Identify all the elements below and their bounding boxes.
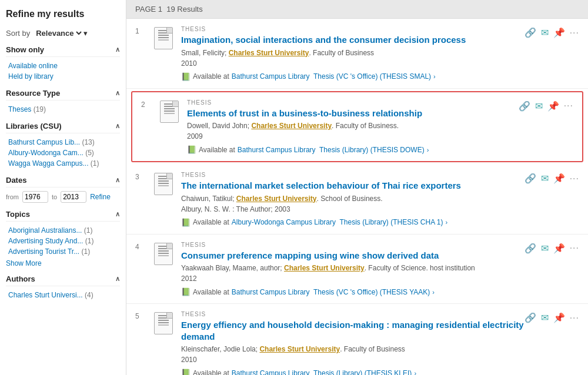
- email-icon-3[interactable]: ✉: [541, 173, 549, 184]
- avail-link-3[interactable]: Albury-Wodonga Campus Library Thesis (Li…: [232, 218, 443, 226]
- date-from-input[interactable]: [22, 191, 48, 203]
- pin-icon-5[interactable]: 📌: [553, 312, 565, 323]
- avail-link-4[interactable]: Bathurst Campus Library Thesis (VC 's Of…: [232, 288, 430, 296]
- filter-theses[interactable]: Theses (19): [6, 104, 120, 115]
- sidebar: Refine my results Sort by Relevance ▾ Sh…: [0, 0, 126, 375]
- avail-link-2[interactable]: Bathurst Campus Library Thesis (Library)…: [238, 146, 425, 154]
- avail-chevron-2: ›: [427, 146, 429, 153]
- result-actions-2: 🔗 ✉ 📌 ···: [519, 99, 573, 112]
- date-to-input[interactable]: [61, 191, 86, 203]
- book-icon-2: 📗: [187, 145, 196, 154]
- filter-albury[interactable]: Albury-Wodonga Cam... (5): [6, 148, 120, 158]
- result-meta-2: Dowell, David John; Charles Sturt Univer…: [187, 120, 519, 142]
- document-icon-5: [154, 312, 173, 334]
- more-icon-2[interactable]: ···: [564, 101, 573, 111]
- result-num-5: 5: [135, 311, 147, 320]
- filter-advertising-tourist[interactable]: Advertising Tourist Tr... (1): [6, 246, 120, 257]
- result-item-1: 1 THESIS Imagination, social interaction…: [126, 19, 588, 89]
- show-only-section: Show only ∧ Available online Held by lib…: [6, 45, 120, 82]
- more-icon-1[interactable]: ···: [570, 28, 579, 38]
- link-icon-4[interactable]: 🔗: [524, 243, 536, 254]
- date-to-label: to: [52, 193, 57, 200]
- result-meta-3: Chaiwun, Tatikul; Charles Sturt Universi…: [181, 193, 524, 215]
- resource-type-section: Resource Type ∧ Theses (19): [6, 89, 120, 115]
- pin-icon-1[interactable]: 📌: [553, 27, 565, 38]
- result-title-1[interactable]: Imagination, social interactions and the…: [181, 34, 524, 46]
- result-avail-3: 📗 Available at Albury-Wodonga Campus Lib…: [181, 218, 524, 227]
- show-only-label: Show only: [6, 45, 44, 54]
- filter-bathurst[interactable]: Bathurst Campus Lib... (13): [6, 137, 120, 148]
- resource-type-header[interactable]: Resource Type ∧: [6, 89, 120, 101]
- pin-icon-4[interactable]: 📌: [553, 243, 565, 254]
- link-icon-3[interactable]: 🔗: [524, 173, 536, 184]
- result-actions-1: 🔗 ✉ 📌 ···: [524, 26, 579, 38]
- filter-wagga[interactable]: Wagga Wagga Campus... (1): [6, 158, 120, 169]
- sort-select[interactable]: Relevance: [34, 28, 83, 38]
- main-content: PAGE 1 19 Results 1 THESIS Imagination, …: [126, 0, 588, 375]
- more-icon-4[interactable]: ···: [570, 243, 579, 253]
- sort-chevron-icon: ▾: [83, 29, 88, 38]
- link-icon-5[interactable]: 🔗: [524, 312, 536, 323]
- avail-link-5[interactable]: Bathurst Campus Library Thesis (Library)…: [232, 369, 412, 376]
- email-icon-2[interactable]: ✉: [535, 101, 543, 112]
- resource-type-label: Resource Type: [6, 89, 60, 98]
- book-icon-1: 📗: [181, 72, 191, 81]
- sort-row: Sort by Relevance ▾: [6, 28, 120, 38]
- link-icon-1[interactable]: 🔗: [524, 27, 536, 38]
- topics-chevron-icon: ∧: [115, 210, 120, 218]
- result-num-4: 4: [135, 242, 147, 251]
- more-icon-3[interactable]: ···: [570, 173, 579, 184]
- sidebar-title: Refine my results: [6, 9, 120, 19]
- result-body-5: THESIS Energy effiency and household dec…: [181, 311, 524, 375]
- email-icon-4[interactable]: ✉: [541, 243, 549, 254]
- result-avail-2: 📗 Available at Bathurst Campus Library T…: [187, 145, 519, 154]
- result-num-2: 2: [141, 99, 153, 109]
- authors-header[interactable]: Authors ∧: [6, 274, 120, 286]
- result-type-2: THESIS: [187, 99, 519, 106]
- filter-advertising-study[interactable]: Advertising Study And... (1): [6, 236, 120, 246]
- result-meta-4: Yaakwaah Blay, Maame, author; Charles St…: [181, 263, 524, 284]
- pin-icon-2[interactable]: 📌: [547, 101, 559, 112]
- result-body-1: THESIS Imagination, social interactions …: [181, 26, 524, 81]
- filter-charles-sturt[interactable]: Charles Sturt Universi... (4): [6, 290, 120, 300]
- more-icon-5[interactable]: ···: [570, 313, 579, 323]
- date-range-row: from to Refine: [6, 191, 120, 203]
- email-icon-5[interactable]: ✉: [541, 312, 549, 323]
- email-icon-1[interactable]: ✉: [541, 27, 549, 38]
- topics-header[interactable]: Topics ∧: [6, 210, 120, 222]
- result-body-3: THESIS The international market selectio…: [181, 172, 524, 227]
- result-icon-4: [152, 242, 175, 265]
- result-type-5: THESIS: [181, 311, 524, 317]
- show-only-header[interactable]: Show only ∧: [6, 45, 120, 57]
- filter-available-online[interactable]: Available online: [6, 61, 120, 71]
- result-title-4[interactable]: Consumer preference mapping using wine s…: [181, 250, 524, 262]
- avail-link-1[interactable]: Bathurst Campus Library Thesis (VC 's Of…: [232, 72, 431, 81]
- result-type-3: THESIS: [181, 172, 524, 178]
- result-body-4: THESIS Consumer preference mapping using…: [181, 242, 524, 297]
- dates-header[interactable]: Dates ∧: [6, 176, 120, 188]
- result-title-2[interactable]: Elements of trust in a business-to-busin…: [187, 108, 519, 119]
- result-icon-3: [152, 172, 175, 195]
- result-title-5[interactable]: Energy effiency and household decision-m…: [181, 319, 524, 342]
- link-icon-2[interactable]: 🔗: [519, 101, 530, 112]
- avail-chevron-1: ›: [433, 73, 436, 80]
- libraries-section: Libraries (CSU) ∧ Bathurst Campus Lib...…: [6, 122, 120, 169]
- authors-section: Authors ∧ Charles Sturt Universi... (4): [6, 274, 120, 300]
- document-icon-3: [154, 173, 173, 195]
- pin-icon-3[interactable]: 📌: [553, 173, 565, 184]
- result-meta-1: Small, Felicity; Charles Sturt Universit…: [181, 48, 524, 69]
- result-title-3[interactable]: The international market selection behav…: [181, 180, 524, 192]
- show-more-button[interactable]: Show More: [6, 259, 42, 267]
- result-actions-4: 🔗 ✉ 📌 ···: [524, 242, 579, 254]
- libraries-header[interactable]: Libraries (CSU) ∧: [6, 122, 120, 133]
- date-refine-button[interactable]: Refine: [90, 193, 111, 201]
- show-only-chevron-icon: ∧: [115, 46, 120, 53]
- filter-held-by-library[interactable]: Held by library: [6, 71, 120, 82]
- document-icon-4: [154, 243, 173, 265]
- libraries-label: Libraries (CSU): [6, 122, 62, 130]
- result-item-4: 4 THESIS Consumer preference mapping usi…: [126, 235, 588, 304]
- result-num-3: 3: [135, 172, 147, 181]
- result-meta-5: Kleinschafer, Jodie Lola; Charles Sturt …: [181, 344, 524, 365]
- filter-aboriginal[interactable]: Aboriginal Australians... (1): [6, 225, 120, 236]
- result-item-2: 2 THESIS Elements of trust in a business…: [131, 91, 583, 163]
